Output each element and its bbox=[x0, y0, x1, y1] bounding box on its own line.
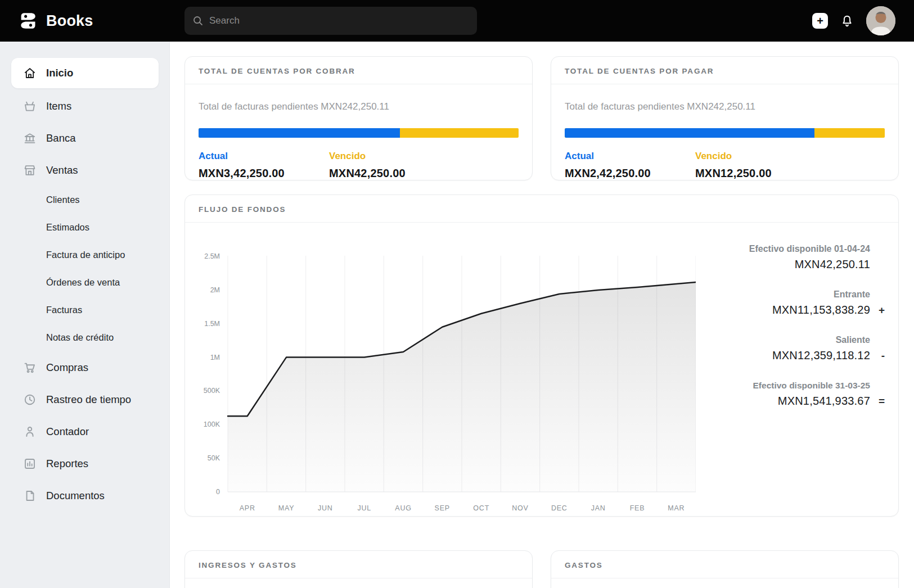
svg-text:100K: 100K bbox=[204, 420, 220, 428]
sidebar-item-inicio[interactable]: Inicio bbox=[11, 58, 159, 88]
receivables-card: TOTAL DE CUENTAS POR COBRAR Total de fac… bbox=[184, 56, 533, 180]
cashflow-summary-row: EntranteMXN11,153,838.29+ bbox=[696, 290, 885, 316]
app-title: Books bbox=[46, 12, 93, 30]
payables-progress-bar bbox=[565, 128, 885, 138]
sidebar-item-rastreo-de-tiempo[interactable]: Rastreo de tiempo bbox=[11, 383, 159, 415]
expenses-card: GASTOS bbox=[551, 550, 899, 588]
income-expense-card-title: INGRESOS Y GASTOS bbox=[185, 551, 532, 578]
sidebar-item-label: Compras bbox=[46, 361, 88, 374]
sidebar-item-label: Rastreo de tiempo bbox=[46, 393, 131, 406]
sidebar-item-factura-de-anticipo[interactable]: Factura de anticipo bbox=[11, 241, 159, 269]
cashflow-card-title: FLUJO DE FONDOS bbox=[185, 195, 898, 223]
search-bar[interactable] bbox=[184, 7, 477, 35]
receivables-card-title: TOTAL DE CUENTAS POR COBRAR bbox=[185, 57, 532, 84]
overdue-value: MXN12,250.00 bbox=[695, 167, 826, 180]
sidebar-item-estimados[interactable]: Estimados bbox=[11, 214, 159, 241]
sidebar-item-documentos[interactable]: Documentos bbox=[11, 480, 159, 512]
svg-text:DEC: DEC bbox=[551, 504, 568, 512]
sidebar-item-notas-de-credito[interactable]: Notas de crédito bbox=[11, 324, 159, 351]
y-axis-labels: 050K100K500K1M1.5M2M2.5M bbox=[204, 252, 220, 496]
payables-subtitle: Total de facturas pendientes MXN242,250.… bbox=[565, 101, 885, 112]
cashflow-summary-row: Efectivo disponible 01-04-24MXN42,250.11 bbox=[696, 244, 885, 271]
income-expense-card: INGRESOS Y GASTOS bbox=[184, 550, 533, 588]
svg-text:2M: 2M bbox=[210, 286, 220, 294]
summary-operator: - bbox=[870, 350, 885, 362]
cashflow-summary: Efectivo disponible 01-04-24MXN42,250.11… bbox=[696, 235, 885, 516]
search-icon bbox=[192, 15, 204, 26]
svg-text:1.5M: 1.5M bbox=[204, 320, 220, 328]
current-label: Actual bbox=[199, 151, 329, 162]
bell-icon bbox=[840, 13, 854, 28]
receivables-subtitle: Total de facturas pendientes MXN242,250.… bbox=[199, 101, 519, 112]
sidebar-item-label: Reportes bbox=[46, 458, 88, 470]
topbar: Books + bbox=[0, 0, 914, 42]
current-value: MXN3,42,250.00 bbox=[199, 167, 329, 180]
payables-card: TOTAL DE CUENTAS POR PAGAR Total de fact… bbox=[551, 56, 899, 180]
sidebar-item-label: Items bbox=[46, 100, 71, 112]
summary-value: MXN11,153,838.29 bbox=[772, 304, 870, 316]
sidebar-item-contador[interactable]: Contador bbox=[11, 415, 159, 447]
svg-text:50K: 50K bbox=[208, 454, 220, 462]
svg-text:OCT: OCT bbox=[473, 504, 489, 512]
svg-text:500K: 500K bbox=[204, 387, 220, 395]
svg-text:JUL: JUL bbox=[357, 504, 371, 512]
summary-value: MXN42,250.11 bbox=[795, 258, 870, 271]
sidebar-item-label: Inicio bbox=[46, 67, 73, 79]
sidebar-item-clientes[interactable]: Clientes bbox=[11, 186, 159, 214]
sidebar-item-compras[interactable]: Compras bbox=[11, 351, 159, 383]
expenses-card-title: GASTOS bbox=[551, 551, 898, 578]
svg-text:MAY: MAY bbox=[278, 504, 295, 512]
clock-icon bbox=[22, 392, 37, 407]
bank-icon bbox=[22, 131, 37, 146]
user-avatar[interactable] bbox=[866, 6, 895, 35]
cashflow-card: FLUJO DE FONDOS 050K100K500K1M1.5M2M2.5M… bbox=[184, 195, 899, 517]
quick-create-button[interactable]: + bbox=[812, 13, 828, 29]
svg-text:APR: APR bbox=[240, 504, 255, 512]
cashflow-chart: 050K100K500K1M1.5M2M2.5MAPRMAYJUNJULAUGS… bbox=[199, 235, 696, 516]
svg-text:AUG: AUG bbox=[395, 504, 412, 512]
payables-progress-current bbox=[565, 128, 814, 138]
overdue-value: MXN42,250.00 bbox=[329, 167, 460, 180]
sidebar-item-label: Documentos bbox=[46, 490, 105, 502]
x-axis-labels: APRMAYJUNJULAUGSEPOCTNOVDECJANFEBMAR bbox=[240, 504, 685, 512]
notifications-button[interactable] bbox=[840, 13, 854, 28]
svg-text:SEP: SEP bbox=[435, 504, 450, 512]
payables-card-title: TOTAL DE CUENTAS POR PAGAR bbox=[551, 57, 898, 84]
app-brand[interactable]: Books bbox=[0, 10, 93, 31]
report-icon bbox=[22, 456, 37, 471]
summary-label: Efectivo disponible 01-04-24 bbox=[696, 244, 885, 254]
svg-text:2.5M: 2.5M bbox=[204, 252, 220, 260]
receivables-progress-bar bbox=[199, 128, 519, 138]
summary-operator: + bbox=[870, 304, 885, 316]
svg-text:FEB: FEB bbox=[630, 504, 645, 512]
sidebar-item-facturas[interactable]: Facturas bbox=[11, 296, 159, 324]
books-logo-icon bbox=[17, 10, 38, 31]
cashflow-summary-row: SalienteMXN12,359,118.12- bbox=[696, 335, 885, 362]
svg-text:1M: 1M bbox=[210, 354, 220, 361]
svg-text:JUN: JUN bbox=[318, 504, 333, 512]
sidebar-item-banca[interactable]: Banca bbox=[11, 122, 159, 154]
person-icon bbox=[22, 424, 37, 439]
sidebar-item-ordenes-de-venta[interactable]: Órdenes de venta bbox=[11, 269, 159, 296]
dashboard-main: TOTAL DE CUENTAS POR COBRAR Total de fac… bbox=[170, 42, 914, 588]
current-label: Actual bbox=[565, 151, 695, 162]
svg-text:0: 0 bbox=[216, 488, 220, 496]
basket-icon bbox=[22, 99, 37, 114]
sidebar-item-label: Contador bbox=[46, 426, 89, 438]
sidebar-item-items[interactable]: Items bbox=[11, 90, 159, 122]
summary-label: Efectivo disponible 31-03-25 bbox=[696, 381, 885, 391]
document-icon bbox=[22, 489, 37, 503]
home-icon bbox=[22, 66, 37, 80]
overdue-label: Vencido bbox=[695, 151, 826, 162]
sidebar-item-reportes[interactable]: Reportes bbox=[11, 447, 159, 480]
summary-value: MXN1,541,933.67 bbox=[778, 395, 870, 408]
svg-text:MAR: MAR bbox=[668, 504, 685, 512]
current-value: MXN2,42,250.00 bbox=[565, 167, 695, 180]
receivables-progress-current bbox=[199, 128, 400, 138]
avatar-photo bbox=[866, 6, 895, 35]
summary-value: MXN12,359,118.12 bbox=[772, 349, 870, 362]
store-icon bbox=[22, 163, 37, 178]
sidebar-item-ventas[interactable]: Ventas bbox=[11, 154, 159, 186]
sidebar-item-label: Ventas bbox=[46, 164, 78, 177]
search-input[interactable] bbox=[209, 15, 469, 26]
